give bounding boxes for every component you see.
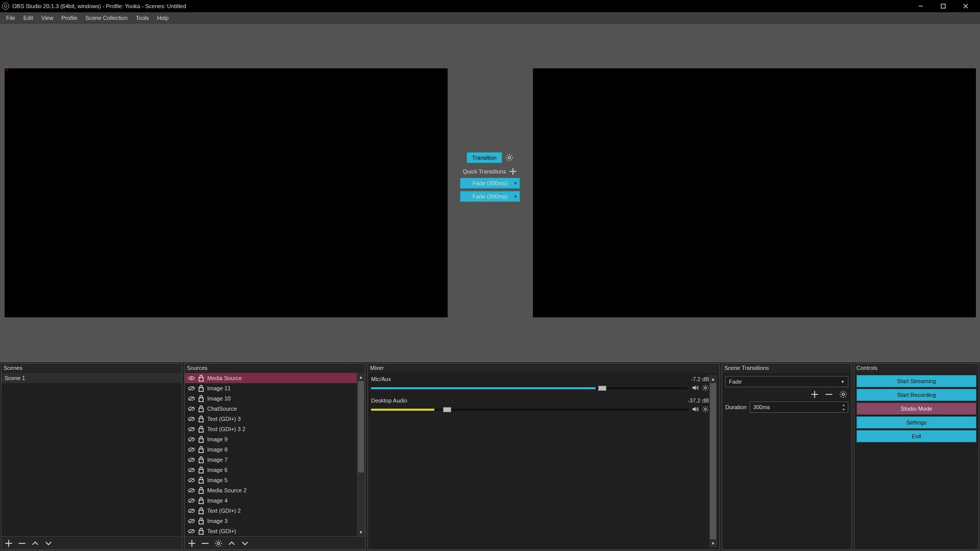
- visibility-eye-icon[interactable]: [188, 478, 195, 483]
- scroll-up-icon[interactable]: ▲: [709, 375, 717, 383]
- move-source-down-chevron-icon[interactable]: [241, 539, 249, 547]
- mute-speaker-icon[interactable]: [692, 406, 699, 414]
- exit-button[interactable]: Exit: [856, 430, 976, 442]
- source-row[interactable]: Text (GDI+) 2: [185, 506, 357, 516]
- menu-file[interactable]: File: [2, 12, 19, 23]
- minimize-button[interactable]: [910, 0, 932, 12]
- visibility-eye-icon[interactable]: [188, 407, 195, 411]
- quick-transition-1[interactable]: Fade (300ms)▼: [460, 178, 520, 189]
- lock-icon[interactable]: [198, 425, 204, 433]
- menu-tools[interactable]: Tools: [132, 12, 153, 23]
- transition-combo[interactable]: Fade ▼: [725, 376, 848, 387]
- visibility-eye-icon[interactable]: [188, 468, 195, 472]
- lock-icon[interactable]: [198, 395, 204, 402]
- move-source-up-chevron-icon[interactable]: [228, 539, 236, 547]
- lock-icon[interactable]: [198, 517, 204, 524]
- source-row[interactable]: Text (GDI+): [185, 526, 357, 536]
- maximize-button[interactable]: [932, 0, 954, 12]
- sources-scrollbar[interactable]: ▲ ▼: [357, 373, 365, 536]
- mute-speaker-icon[interactable]: [692, 384, 699, 392]
- visibility-eye-icon[interactable]: [188, 509, 195, 513]
- mixer-scrollbar[interactable]: ▲ ▼: [709, 375, 717, 547]
- add-source-plus-icon[interactable]: [188, 539, 196, 547]
- source-row[interactable]: Image 10: [185, 393, 357, 404]
- visibility-eye-icon[interactable]: [188, 447, 195, 452]
- menu-profile[interactable]: Profile: [57, 12, 81, 23]
- move-scene-down-chevron-icon[interactable]: [44, 539, 53, 547]
- lock-icon[interactable]: [198, 374, 204, 382]
- visibility-eye-icon[interactable]: [188, 437, 195, 442]
- spin-up-icon[interactable]: ▲: [841, 403, 847, 407]
- start-recording-button[interactable]: Start Recording: [856, 389, 976, 401]
- scroll-down-icon[interactable]: ▼: [357, 528, 365, 536]
- visibility-eye-icon[interactable]: [188, 417, 195, 421]
- lock-icon[interactable]: [198, 436, 204, 443]
- transition-properties-gear-icon[interactable]: [839, 390, 847, 398]
- visibility-eye-icon[interactable]: [188, 376, 195, 381]
- source-row[interactable]: Image 7: [185, 455, 357, 465]
- volume-slider-knob[interactable]: [443, 407, 451, 412]
- move-scene-up-chevron-icon[interactable]: [31, 539, 39, 547]
- close-button[interactable]: [954, 0, 977, 12]
- transition-button[interactable]: Transition: [467, 152, 502, 163]
- menu-edit[interactable]: Edit: [19, 12, 37, 23]
- lock-icon[interactable]: [198, 385, 204, 392]
- remove-source-minus-icon[interactable]: [201, 539, 209, 547]
- channel-settings-gear-icon[interactable]: [702, 406, 709, 414]
- chevron-down-icon[interactable]: ▼: [513, 194, 518, 199]
- menu-help[interactable]: Help: [153, 12, 173, 23]
- source-row[interactable]: ChatSource: [185, 404, 357, 414]
- source-properties-gear-icon[interactable]: [214, 539, 223, 547]
- lock-icon[interactable]: [198, 507, 204, 514]
- source-row[interactable]: Text (GDI+) 3 2: [185, 424, 357, 434]
- duration-spinbox[interactable]: 300ms ▲▼: [750, 402, 848, 413]
- source-row[interactable]: Media Source: [185, 373, 357, 383]
- lock-icon[interactable]: [198, 405, 204, 412]
- scroll-up-icon[interactable]: ▲: [357, 373, 365, 381]
- volume-slider-knob[interactable]: [598, 386, 606, 391]
- spin-down-icon[interactable]: ▼: [841, 407, 847, 412]
- add-transition-plus-icon[interactable]: [811, 390, 819, 398]
- edit-canvas[interactable]: [5, 68, 448, 317]
- source-row[interactable]: Image 8: [185, 444, 357, 455]
- source-row[interactable]: Image 3: [185, 516, 357, 526]
- lock-icon[interactable]: [198, 446, 204, 453]
- transition-settings-gear-icon[interactable]: [505, 154, 513, 162]
- scroll-thumb[interactable]: [710, 383, 716, 539]
- chevron-down-icon[interactable]: ▼: [513, 181, 518, 186]
- scroll-thumb[interactable]: [358, 381, 364, 472]
- menu-scene-collection[interactable]: Scene Collection: [82, 12, 132, 23]
- lock-icon[interactable]: [198, 487, 204, 494]
- scenes-list[interactable]: Scene 1: [2, 373, 182, 536]
- source-row[interactable]: Text (GDI+) 3: [185, 414, 357, 424]
- lock-icon[interactable]: [198, 415, 204, 422]
- remove-transition-minus-icon[interactable]: [825, 390, 833, 398]
- source-row[interactable]: Image 4: [185, 495, 357, 506]
- lock-icon[interactable]: [198, 497, 204, 504]
- visibility-eye-icon[interactable]: [188, 519, 195, 523]
- source-row[interactable]: Image 5: [185, 475, 357, 485]
- sources-list[interactable]: Media SourceImage 11Image 10ChatSourceTe…: [185, 373, 357, 536]
- start-streaming-button[interactable]: Start Streaming: [856, 375, 976, 387]
- add-quick-transition-plus-icon[interactable]: [509, 167, 517, 176]
- channel-settings-gear-icon[interactable]: [702, 384, 709, 392]
- source-row[interactable]: Image 6: [185, 465, 357, 475]
- studio-mode-button[interactable]: Studio Mode: [856, 403, 976, 415]
- visibility-eye-icon[interactable]: [188, 498, 195, 503]
- add-scene-plus-icon[interactable]: [5, 539, 13, 547]
- quick-transition-2[interactable]: Fade (300ms)▼: [460, 191, 520, 202]
- settings-button[interactable]: Settings: [856, 416, 976, 429]
- lock-icon[interactable]: [198, 456, 204, 463]
- scene-item[interactable]: Scene 1: [2, 373, 182, 383]
- source-row[interactable]: Image 11: [185, 383, 357, 393]
- lock-icon[interactable]: [198, 528, 204, 535]
- source-row[interactable]: Image 9: [185, 434, 357, 444]
- visibility-eye-icon[interactable]: [188, 396, 195, 401]
- visibility-eye-icon[interactable]: [188, 488, 195, 493]
- scroll-down-icon[interactable]: ▼: [709, 539, 717, 547]
- menu-view[interactable]: View: [37, 12, 58, 23]
- lock-icon[interactable]: [198, 466, 204, 473]
- remove-scene-minus-icon[interactable]: [18, 539, 26, 547]
- program-preview[interactable]: [528, 23, 980, 362]
- lock-icon[interactable]: [198, 477, 204, 484]
